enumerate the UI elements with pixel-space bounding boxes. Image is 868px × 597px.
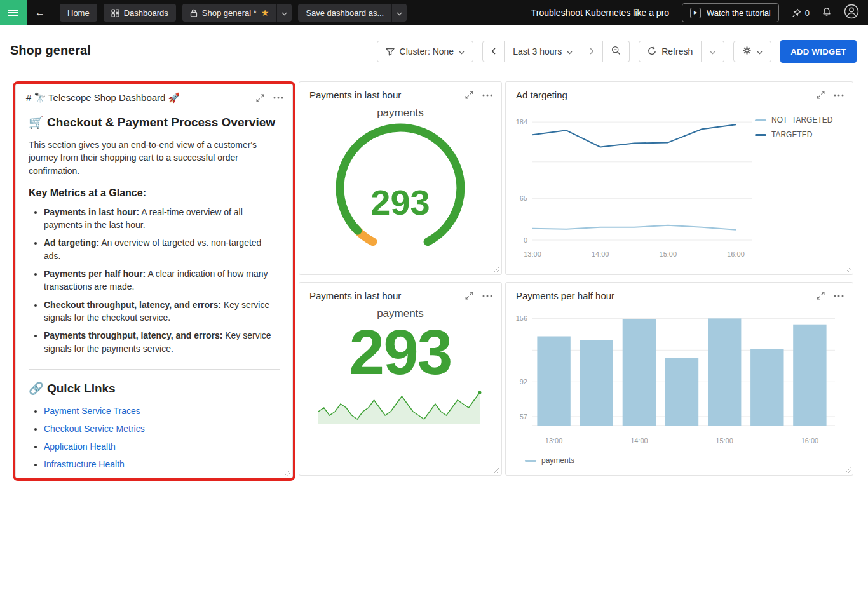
topbar: ← Home Dashboards Shop general * ★ [0, 0, 868, 25]
refresh-group: Refresh [639, 41, 724, 62]
chevron-down-icon [281, 8, 287, 18]
pinned-items-button[interactable]: 0 [792, 8, 810, 18]
expand-icon[interactable] [465, 91, 473, 99]
payments-bar-chart[interactable]: 156925713:0014:0015:0016:00 [510, 305, 836, 455]
list-item: Checkout Service Metrics [44, 422, 280, 436]
expand-icon[interactable] [817, 292, 825, 300]
play-icon: ▶ [690, 8, 701, 18]
ad-targeting-line-chart[interactable]: 18465013:0014:0015:0016:00 [510, 104, 755, 267]
quick-link-checkout-metrics[interactable]: Checkout Service Metrics [44, 424, 145, 434]
widget-payments-gauge: Payments in last hour payments 293 [299, 81, 502, 275]
payments-sparkline [316, 387, 485, 427]
svg-text:184: 184 [516, 118, 527, 126]
legend-item: NOT_TARGETED [755, 116, 843, 124]
time-range-button[interactable]: Last 3 hours [505, 41, 581, 62]
widget-payments-per-half-hour: Payments per half hour 156925713:0014:00… [505, 282, 853, 476]
legend-item: payments [525, 456, 574, 465]
quick-link-application-health[interactable]: Application Health [44, 441, 116, 452]
chevron-down-icon [397, 8, 402, 18]
main-menu-button[interactable] [0, 0, 27, 25]
pin-count: 0 [805, 8, 810, 18]
current-dashboard-group: Shop general * ★ [182, 4, 292, 22]
save-dashboard-as-caret[interactable] [391, 4, 407, 22]
dashboard-switcher-caret[interactable] [276, 4, 292, 22]
dashboards-button[interactable]: Dashboards [104, 4, 176, 22]
resize-handle-icon[interactable] [494, 467, 499, 473]
time-range-group: Last 3 hours [482, 41, 630, 62]
dashboards-grid-icon [111, 9, 119, 17]
add-widget-button[interactable]: ADD WIDGET [780, 40, 857, 63]
more-options-icon[interactable] [834, 94, 844, 97]
dashboard-settings-button[interactable] [733, 41, 771, 62]
home-button[interactable]: Home [60, 4, 97, 22]
watch-tutorial-button[interactable]: ▶ Watch the tutorial [682, 3, 779, 22]
metric-item: Checkout throughput, latency, and errors… [44, 298, 280, 325]
svg-text:16:00: 16:00 [727, 250, 745, 258]
metrics-list: Payments in last hour: A real-time overv… [44, 206, 280, 355]
widget-header: Payments per half hour [506, 283, 853, 305]
widget-title: Ad targeting [516, 90, 817, 100]
resize-handle-icon[interactable] [494, 267, 499, 272]
back-button[interactable]: ← [27, 0, 53, 25]
widget-ad-targeting: Ad targeting 18465013:0014:0015:0016:00 … [505, 81, 853, 275]
app-window: ← Home Dashboards Shop general * ★ [0, 0, 868, 597]
time-forward-button[interactable] [581, 41, 603, 62]
more-options-icon[interactable] [273, 97, 283, 99]
user-avatar[interactable] [844, 4, 859, 22]
chart-legend: NOT_TARGETEDTARGETED [755, 104, 843, 267]
notifications-button[interactable] [822, 7, 831, 19]
widget-markdown-notes: # 🔭 Telescope Shop Dashboard 🚀 🛒 Checkou… [15, 84, 293, 478]
resize-handle-icon[interactable] [845, 267, 851, 272]
quick-link-infrastructure-health[interactable]: Infrastructure Health [44, 459, 125, 469]
time-back-button[interactable] [482, 41, 505, 62]
cluster-filter-button[interactable]: Cluster: None [377, 41, 474, 62]
svg-text:57: 57 [520, 413, 527, 420]
resize-handle-icon[interactable] [845, 467, 851, 473]
chevron-down-icon [459, 46, 465, 57]
markdown-heading: 🛒 Checkout & Payment Process Overview [29, 115, 280, 130]
divider [29, 369, 280, 370]
list-item: Infrastructure Health [44, 458, 280, 471]
quick-link-payment-traces[interactable]: Payment Service Traces [44, 406, 140, 416]
metric-item: Payments per half hour: A clear indicati… [44, 267, 280, 293]
quick-links-list: Payment Service Traces Checkout Service … [44, 405, 280, 478]
list-item: Application Health [44, 440, 280, 453]
quick-link-documentation[interactable]: SUSE Observability Documentation [44, 477, 184, 478]
current-dashboard-button[interactable]: Shop general * ★ [182, 4, 277, 22]
expand-icon[interactable] [465, 292, 473, 300]
chevron-right-icon [590, 46, 594, 57]
svg-text:293: 293 [370, 182, 430, 222]
metric-value: 293 [349, 320, 452, 384]
svg-text:15:00: 15:00 [715, 437, 733, 445]
zoom-out-button[interactable] [603, 41, 630, 62]
widget-header: Payments in last hour [299, 283, 501, 305]
header-controls: Cluster: None Last 3 hours [377, 40, 857, 63]
widget-title: Payments per half hour [516, 290, 817, 301]
pin-icon [792, 8, 801, 18]
more-options-icon[interactable] [834, 295, 844, 297]
page-title: Shop general [10, 43, 91, 58]
promo-text: Troubleshoot Kubernetes like a pro [531, 8, 669, 18]
refresh-button[interactable]: Refresh [639, 41, 702, 62]
refresh-interval-caret[interactable] [702, 41, 724, 62]
favorite-star-icon[interactable]: ★ [261, 8, 269, 17]
svg-text:13:00: 13:00 [524, 250, 541, 258]
svg-text:0: 0 [524, 236, 527, 244]
svg-text:14:00: 14:00 [592, 250, 609, 258]
payments-gauge-chart: 293 [311, 119, 489, 258]
topbar-right: Troubleshoot Kubernetes like a pro ▶ Wat… [531, 3, 868, 22]
chevron-down-icon [710, 46, 715, 57]
more-options-icon[interactable] [482, 94, 492, 97]
more-options-icon[interactable] [482, 295, 492, 297]
metric-item: Payments throughput, latency, and errors… [44, 329, 280, 355]
markdown-paragraph: This section gives you an end-to-end vie… [29, 138, 280, 177]
widget-header: Ad targeting [506, 82, 853, 104]
resize-handle-icon[interactable] [285, 470, 290, 476]
expand-icon[interactable] [256, 94, 264, 102]
save-dashboard-as-button[interactable]: Save dashboard as... [298, 4, 391, 22]
markdown-content: 🛒 Checkout & Payment Process Overview Th… [16, 107, 292, 478]
svg-text:15:00: 15:00 [660, 250, 677, 258]
expand-icon[interactable] [817, 91, 825, 99]
list-item: Payment Service Traces [44, 405, 280, 418]
svg-text:65: 65 [520, 194, 527, 202]
